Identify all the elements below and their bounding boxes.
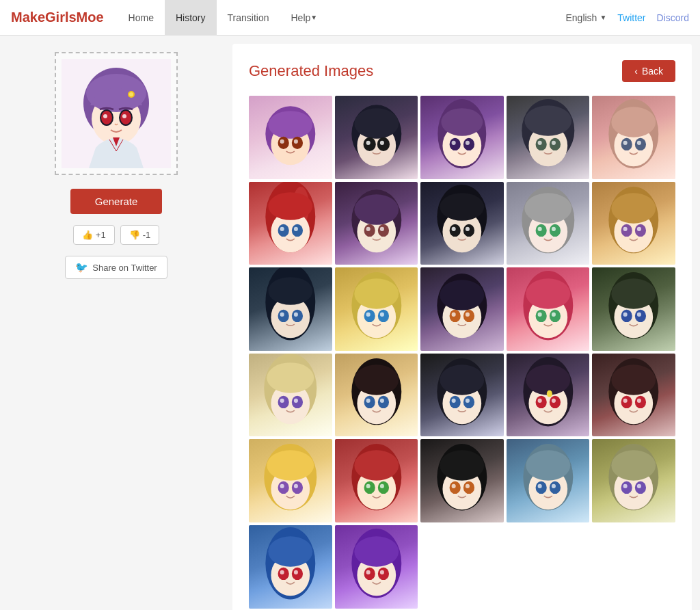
grid-item[interactable] — [592, 182, 675, 265]
svg-point-202 — [366, 570, 370, 574]
language-selector[interactable]: English — [565, 12, 606, 23]
svg-point-83 — [637, 226, 641, 230]
svg-point-75 — [537, 226, 541, 230]
anime-image — [249, 525, 332, 609]
grid-item[interactable] — [420, 182, 504, 265]
brand-logo[interactable]: MakeGirlsMoe — [11, 10, 104, 25]
grid-item[interactable] — [592, 267, 675, 351]
grid-item[interactable] — [507, 267, 590, 351]
anime-image — [420, 354, 504, 437]
svg-point-29 — [442, 108, 483, 136]
svg-point-76 — [552, 226, 556, 230]
svg-point-192 — [268, 536, 312, 567]
anime-image — [249, 96, 332, 179]
anime-image — [507, 439, 590, 522]
grid-item[interactable] — [507, 96, 590, 179]
grid-item[interactable] — [507, 182, 590, 265]
svg-point-54 — [280, 226, 284, 230]
image-grid — [249, 96, 675, 609]
discord-link[interactable]: Discord — [657, 12, 689, 23]
grid-item[interactable] — [335, 267, 418, 351]
svg-point-147 — [552, 399, 556, 403]
anime-image — [592, 354, 675, 437]
twitter-share-button[interactable]: 🐦 Share on Twitter — [65, 256, 167, 279]
grid-item[interactable] — [249, 96, 332, 179]
grid-item[interactable] — [507, 354, 590, 437]
svg-point-131 — [366, 399, 370, 403]
downvote-button[interactable]: 👎 -1 — [120, 225, 160, 245]
svg-point-26 — [379, 141, 383, 145]
anime-image — [335, 182, 418, 265]
grid-item[interactable] — [249, 439, 332, 522]
grid-item[interactable] — [592, 439, 675, 522]
twitter-link[interactable]: Twitter — [617, 12, 645, 23]
svg-point-103 — [452, 313, 456, 317]
main-content: Generated Images ‹ Back — [232, 44, 692, 610]
svg-point-143 — [547, 390, 552, 397]
grid-item[interactable] — [335, 525, 418, 609]
grid-item[interactable] — [420, 96, 504, 179]
svg-point-185 — [612, 451, 656, 481]
svg-point-196 — [294, 570, 298, 574]
content-header: Generated Images ‹ Back — [249, 60, 675, 82]
svg-point-97 — [379, 313, 383, 317]
grid-item[interactable] — [249, 354, 332, 437]
nav-help[interactable]: Help — [280, 0, 328, 36]
svg-point-96 — [366, 313, 370, 317]
downvote-label: -1 — [143, 230, 151, 240]
grid-item[interactable] — [592, 96, 675, 179]
nav-right: English Twitter Discord — [565, 12, 689, 23]
svg-point-39 — [537, 141, 541, 145]
grid-item[interactable] — [335, 354, 418, 437]
grid-item[interactable] — [249, 525, 332, 609]
grid-item[interactable] — [249, 182, 332, 265]
grid-item[interactable] — [249, 267, 332, 351]
anime-image — [335, 96, 418, 179]
svg-point-62 — [379, 226, 383, 230]
page-layout: Generate 👍 +1 👎 -1 🐦 Share on Twitter Ge… — [0, 36, 700, 610]
svg-point-93 — [354, 278, 399, 309]
generate-button[interactable]: Generate — [70, 189, 163, 214]
svg-point-164 — [354, 451, 399, 481]
svg-point-55 — [294, 226, 298, 230]
anime-image — [335, 525, 418, 609]
navbar: MakeGirlsMoe Home History Transition Hel… — [0, 0, 700, 36]
upvote-button[interactable]: 👍 +1 — [73, 225, 115, 245]
anime-image — [592, 96, 675, 179]
svg-point-138 — [452, 399, 456, 403]
grid-item[interactable] — [335, 439, 418, 522]
grid-item[interactable] — [592, 354, 675, 437]
back-label: Back — [642, 66, 663, 77]
svg-point-146 — [537, 399, 541, 403]
back-button[interactable]: ‹ Back — [622, 60, 675, 82]
preview-image — [62, 59, 171, 168]
svg-point-182 — [552, 484, 556, 488]
svg-point-128 — [354, 364, 399, 395]
svg-point-157 — [267, 451, 314, 481]
grid-item[interactable] — [420, 267, 504, 351]
nav-history[interactable]: History — [165, 0, 217, 36]
grid-item[interactable] — [335, 182, 418, 265]
svg-point-72 — [524, 193, 571, 224]
svg-point-167 — [366, 484, 370, 488]
anime-image — [592, 182, 675, 265]
grid-item[interactable] — [420, 354, 504, 437]
nav-home[interactable]: Home — [118, 0, 165, 36]
grid-item[interactable] — [507, 439, 590, 522]
svg-point-68 — [452, 226, 456, 230]
svg-point-117 — [623, 313, 628, 317]
anime-image — [335, 439, 418, 522]
svg-point-18 — [280, 140, 284, 144]
svg-point-160 — [280, 484, 284, 488]
share-label: Share on Twitter — [92, 263, 157, 273]
svg-point-47 — [637, 141, 641, 145]
nav-transition[interactable]: Transition — [217, 0, 280, 36]
svg-point-25 — [366, 141, 370, 145]
svg-point-181 — [537, 484, 541, 488]
grid-item[interactable] — [335, 96, 418, 179]
svg-point-161 — [294, 484, 298, 488]
svg-point-82 — [623, 226, 628, 230]
svg-point-171 — [440, 451, 485, 481]
grid-item[interactable] — [420, 439, 504, 522]
svg-point-111 — [552, 313, 556, 317]
